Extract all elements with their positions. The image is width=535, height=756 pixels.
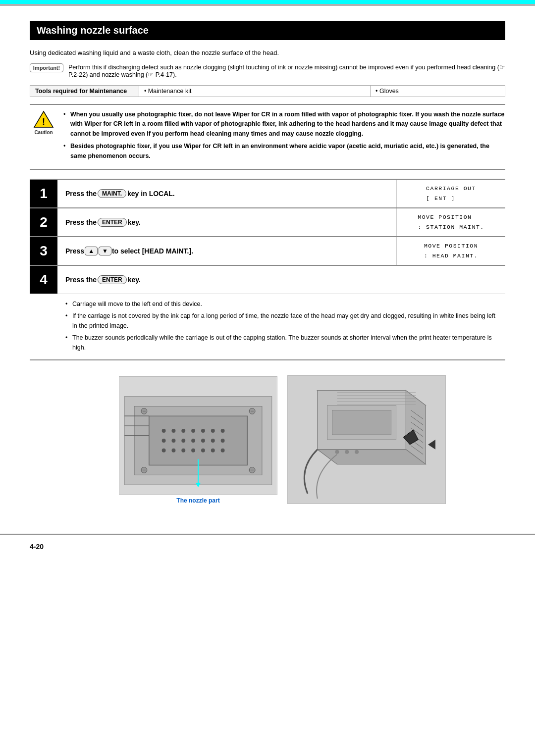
- svg-point-23: [191, 449, 195, 453]
- enter-key-4: ENTER: [98, 275, 127, 284]
- svg-text:!: !: [42, 117, 45, 127]
- caution-label: Caution: [34, 130, 53, 135]
- step-2-row: 2 Press the ENTER key. MOVE POSITION : S…: [30, 208, 505, 237]
- svg-point-10: [201, 429, 205, 433]
- step-4-content: Press the ENTER key.: [57, 266, 396, 294]
- intro-text: Using dedicated washing liquid and a was…: [30, 49, 505, 56]
- svg-point-15: [181, 439, 185, 443]
- step-3-row: 3 Press ▲▼ to select [HEAD MAINT.]. MOVE…: [30, 237, 505, 266]
- page-title: Washing nozzle surface: [30, 21, 505, 40]
- step-4-section: 4 Press the ENTER key. Carriage will mov…: [30, 266, 505, 360]
- enter-key-2: ENTER: [98, 218, 127, 227]
- tools-item-2: • Gloves: [371, 86, 505, 97]
- svg-point-16: [191, 439, 195, 443]
- nozzle-image: [119, 376, 277, 495]
- nozzle-svg: [119, 377, 277, 495]
- svg-point-24: [201, 449, 205, 453]
- head-svg: [288, 376, 445, 504]
- maint-key: MAINT.: [98, 189, 126, 198]
- svg-point-18: [211, 439, 215, 443]
- svg-point-8: [181, 429, 185, 433]
- svg-point-61: [345, 450, 349, 454]
- caution-item-1: When you usually use photographic fixer,…: [63, 110, 505, 139]
- important-text: Perform this if discharging defect such …: [68, 63, 505, 78]
- caution-box: ! Caution When you usually use photograp…: [30, 104, 505, 170]
- nozzle-image-group: The nozzle part: [119, 376, 277, 504]
- svg-rect-59: [332, 410, 391, 435]
- steps-container: 1 Press the MAINT. key in LOCAL. CARRIAG…: [30, 179, 505, 360]
- caution-item-2: Besides photographic fixer, if you use W…: [63, 142, 505, 161]
- nozzle-caption: The nozzle part: [176, 497, 219, 504]
- important-badge: Important!: [30, 63, 63, 72]
- svg-point-21: [171, 449, 175, 453]
- tools-table: Tools required for Maintenance • Mainten…: [30, 85, 505, 97]
- step-3-content: Press ▲▼ to select [HEAD MAINT.].: [57, 237, 396, 265]
- svg-point-62: [355, 450, 359, 454]
- page-number: 4-20: [30, 543, 44, 551]
- svg-point-60: [335, 450, 339, 454]
- svg-point-19: [221, 439, 225, 443]
- step-4-bullet-2: If the carriage is not covered by the in…: [65, 311, 497, 331]
- svg-point-11: [211, 429, 215, 433]
- step-4-body: Carriage will move to the left end of th…: [30, 294, 505, 359]
- svg-point-14: [171, 439, 175, 443]
- svg-point-17: [201, 439, 205, 443]
- step-1-lcd-line1: CARRIAGE OUT: [426, 184, 476, 194]
- arrow-down-button: ▼: [99, 247, 111, 255]
- svg-point-9: [191, 429, 195, 433]
- caution-text: When you usually use photographic fixer,…: [63, 110, 505, 164]
- step-2-display: MOVE POSITION : STATION MAINT.: [396, 208, 505, 236]
- tools-item-1: • Maintenance kit: [139, 86, 371, 97]
- step-1-display: CARRIAGE OUT [ ENT ]: [396, 180, 505, 207]
- step-1-row: 1 Press the MAINT. key in LOCAL. CARRIAG…: [30, 180, 505, 208]
- head-image-group: [287, 375, 446, 504]
- step-4-header: 4 Press the ENTER key.: [30, 266, 505, 294]
- svg-point-25: [211, 449, 215, 453]
- step-4-bullet-3: The buzzer sounds periodically while the…: [65, 333, 497, 353]
- arrow-up-button: ▲: [85, 247, 98, 255]
- step-1-lcd-line2: [ ENT ]: [426, 194, 476, 203]
- svg-point-6: [162, 429, 166, 433]
- caution-icon: ! Caution: [30, 110, 57, 135]
- svg-point-20: [162, 449, 166, 453]
- svg-point-26: [221, 449, 225, 453]
- step-1-content: Press the MAINT. key in LOCAL.: [57, 180, 396, 207]
- caution-triangle-icon: !: [33, 110, 54, 129]
- step-3-lcd-line1: MOVE POSITION: [424, 241, 478, 251]
- top-cyan-bar: [0, 0, 535, 4]
- step-2-lcd-line2: : STATION MAINT.: [418, 222, 484, 232]
- head-image: [287, 375, 446, 504]
- step-2-content: Press the ENTER key.: [57, 208, 396, 236]
- svg-point-22: [181, 449, 185, 453]
- images-section: The nozzle part: [30, 360, 505, 514]
- step-3-display: MOVE POSITION : HEAD MAINT.: [396, 237, 505, 265]
- step-3-lcd: MOVE POSITION : HEAD MAINT.: [424, 241, 478, 260]
- step-1-number: 1: [30, 180, 57, 207]
- step-3-lcd-line2: : HEAD MAINT.: [424, 251, 478, 261]
- step-1-lcd: CARRIAGE OUT [ ENT ]: [426, 184, 476, 203]
- step-2-number: 2: [30, 208, 57, 236]
- tools-label: Tools required for Maintenance: [30, 86, 139, 97]
- important-box: Important! Perform this if discharging d…: [30, 63, 505, 78]
- step-4-bullet-1: Carriage will move to the left end of th…: [65, 299, 497, 309]
- step-3-number: 3: [30, 237, 57, 265]
- svg-point-12: [221, 429, 225, 433]
- step-2-lcd-line1: MOVE POSITION: [418, 212, 484, 222]
- step-2-lcd: MOVE POSITION : STATION MAINT.: [418, 212, 484, 232]
- step-4-number: 4: [30, 266, 57, 294]
- page-footer: 4-20: [0, 534, 535, 558]
- svg-point-13: [162, 439, 166, 443]
- svg-point-7: [171, 429, 175, 433]
